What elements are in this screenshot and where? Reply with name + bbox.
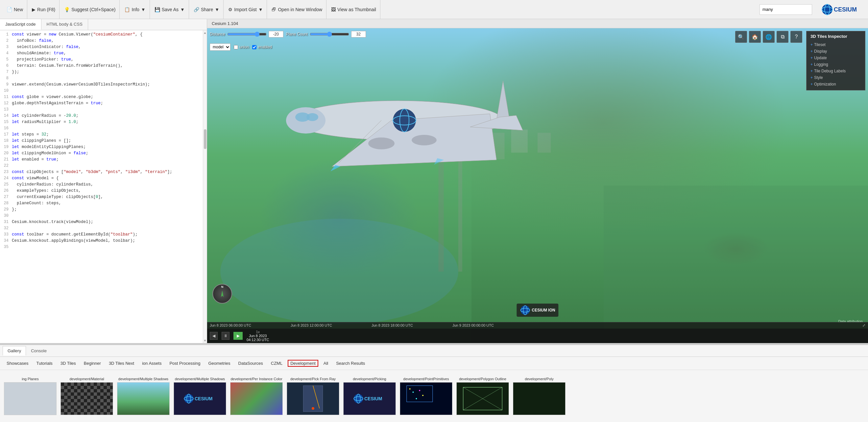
new-button[interactable]: 📄 New — [3, 0, 27, 19]
thumbnail-item[interactable]: development/Poly — [513, 377, 565, 415]
code-line: 10 — [0, 88, 203, 94]
save-icon: 💾 — [155, 7, 160, 12]
category-tab-datasources[interactable]: DataSources — [236, 360, 266, 367]
category-tab-post-processing[interactable]: Post Processing — [167, 360, 203, 367]
open-new-window-button[interactable]: 🗗 Open in New Window — [268, 0, 327, 19]
svg-marker-27 — [221, 291, 224, 297]
tab-console[interactable]: Console — [26, 346, 52, 356]
thumbnail-label: development/Per Instance Color — [230, 377, 282, 381]
line-content: exampleTypes: clipObjects, — [12, 188, 203, 194]
plane-count-slider[interactable] — [310, 32, 349, 37]
viewer-bottom: Jun 8 2023 06:00:00 UTC Jun 8 2023 12:00… — [207, 322, 868, 343]
code-editor[interactable]: 1const viewer = new Cesium.Viewer("cesiu… — [0, 30, 203, 343]
tab-gallery[interactable]: Gallery — [3, 346, 26, 356]
search-viewer-button[interactable]: 🔍 — [735, 31, 747, 43]
import-gist-button[interactable]: ⚙ Import Gist ▼ — [224, 0, 267, 19]
compass-circle: N — [212, 284, 232, 304]
inspector-tileset[interactable]: +Tileset — [810, 41, 861, 48]
home-button[interactable]: 🏠 — [749, 31, 761, 43]
cesium-viewport[interactable]: Distance -20 Plane Count 32 model — [207, 28, 868, 343]
thumbnail-item[interactable]: ing Planes — [4, 377, 57, 415]
thumbnail-label: development/Picking — [353, 377, 386, 381]
thumbnail-icon: 🖼 — [331, 7, 336, 12]
category-tab-ion-assets[interactable]: ion Assets — [140, 360, 164, 367]
thumbnail-label: development/Pick From Ray — [290, 377, 336, 381]
code-line: 16 — [0, 125, 203, 131]
plane-count-value: 32 — [351, 31, 366, 37]
union-checkbox[interactable] — [234, 45, 238, 49]
tab-html-css[interactable]: HTML body & CSS — [41, 19, 88, 30]
category-tab-development[interactable]: Development — [288, 360, 318, 367]
thumbnail-item[interactable]: development/Multiple ShadowsCESIUM — [174, 377, 226, 415]
thumbnail-item[interactable]: development/Per Instance Color — [230, 377, 283, 415]
category-tab-all[interactable]: All — [321, 360, 331, 367]
search-input[interactable] — [760, 4, 812, 15]
suggest-button[interactable]: 💡 Suggest (Ctrl+Space) — [60, 0, 120, 19]
run-button[interactable]: ▶ Run (F8) — [28, 0, 60, 19]
category-tab-beginner[interactable]: Beginner — [81, 360, 103, 367]
line-number: 22 — [0, 163, 12, 169]
line-number: 5 — [0, 57, 12, 63]
thumbnail-item[interactable]: development/Polygon Outline — [456, 377, 509, 415]
scroll-up-arrow[interactable]: ▲ — [204, 31, 207, 34]
inspector-optimization[interactable]: +Optimization — [810, 81, 861, 88]
category-tab-showcases[interactable]: Showcases — [4, 360, 31, 367]
code-line: 1const viewer = new Cesium.Viewer("cesiu… — [0, 32, 203, 38]
save-as-label: Save As — [162, 7, 179, 12]
thumbnail-label: development/Poly — [525, 377, 553, 381]
model-select[interactable]: model — [210, 43, 230, 51]
new-icon: 📄 — [7, 7, 12, 12]
pause-button[interactable]: ⏸ — [222, 332, 229, 340]
prev-button[interactable]: ◀ — [210, 332, 218, 340]
github-icon: ⚙ — [228, 7, 232, 12]
thumbnail-item[interactable]: development/PickingCESIUM — [343, 377, 396, 415]
thumbnail-image: CESIUM — [343, 382, 396, 415]
category-tab-tutorials[interactable]: Tutorials — [34, 360, 55, 367]
code-line: 28 planeCount: steps, — [0, 200, 203, 207]
code-line: 13 — [0, 107, 203, 113]
layers-button[interactable]: ⧉ — [777, 31, 788, 43]
line-number: 8 — [0, 75, 12, 82]
scroll-thumb[interactable] — [204, 129, 207, 149]
model-controls: model union enabled — [210, 43, 272, 51]
scroll-down-arrow[interactable]: ▼ — [204, 339, 207, 342]
code-line: 6 terrain: Cesium.Terrain.fromWorldTerra… — [0, 63, 203, 69]
thumbnail-item[interactable]: development/PointPrimitives — [400, 377, 453, 415]
import-dropdown-icon: ▼ — [258, 7, 263, 12]
svg-text:CESIUM: CESIUM — [195, 396, 212, 401]
code-line: 8 — [0, 75, 203, 82]
thumbnail-item[interactable]: development/Pick From Ray — [287, 377, 339, 415]
inspector-display[interactable]: +Display — [810, 48, 861, 55]
distance-slider[interactable] — [227, 32, 267, 37]
inspector-style[interactable]: +Style — [810, 74, 861, 81]
globe-button[interactable]: 🌐 — [763, 31, 775, 43]
thumbnail-item[interactable]: development/Multiple Shadows — [117, 377, 169, 415]
compass-widget[interactable]: N — [212, 284, 232, 304]
tab-javascript[interactable]: JavaScript code — [0, 19, 41, 30]
expand-timeline-icon[interactable]: ⤢ — [862, 323, 865, 328]
enabled-label: enabled — [258, 45, 272, 49]
code-line: 2 infoBox: false, — [0, 38, 203, 44]
compass-north: N — [221, 285, 224, 289]
share-dropdown-icon: ▼ — [215, 7, 219, 12]
category-tab-3d-tiles-next[interactable]: 3D Tiles Next — [106, 360, 137, 367]
category-tab-search-results[interactable]: Search Results — [333, 360, 368, 367]
inspector-logging[interactable]: +Logging — [810, 61, 861, 68]
share-button[interactable]: 🔗 Share ▼ — [190, 0, 224, 19]
code-line: 25 cylinderRadius: cylinderRadius, — [0, 182, 203, 188]
save-as-button[interactable]: 💾 Save As ▼ — [151, 0, 189, 19]
category-tab-3d-tiles[interactable]: 3D Tiles — [58, 360, 79, 367]
category-tab-czml[interactable]: CZML — [268, 360, 285, 367]
info-button[interactable]: 📋 Info ▼ — [120, 0, 150, 19]
line-content: terrain: Cesium.Terrain.fromWorldTerrain… — [12, 63, 203, 69]
inspector-update[interactable]: +Update — [810, 55, 861, 61]
enabled-checkbox[interactable] — [252, 45, 256, 49]
category-tab-geometries[interactable]: Geometries — [206, 360, 233, 367]
view-thumbnail-button[interactable]: 🖼 View as Thumbnail — [327, 0, 380, 19]
svg-point-31 — [184, 394, 193, 403]
help-button[interactable]: ? — [790, 31, 802, 43]
code-scrollbar[interactable]: ▲ ▼ — [203, 30, 207, 343]
thumbnail-item[interactable]: development/Material — [61, 377, 113, 415]
inspector-tile-debug[interactable]: +Tile Debug Labels — [810, 68, 861, 74]
play-button[interactable]: ▶ — [234, 332, 243, 340]
